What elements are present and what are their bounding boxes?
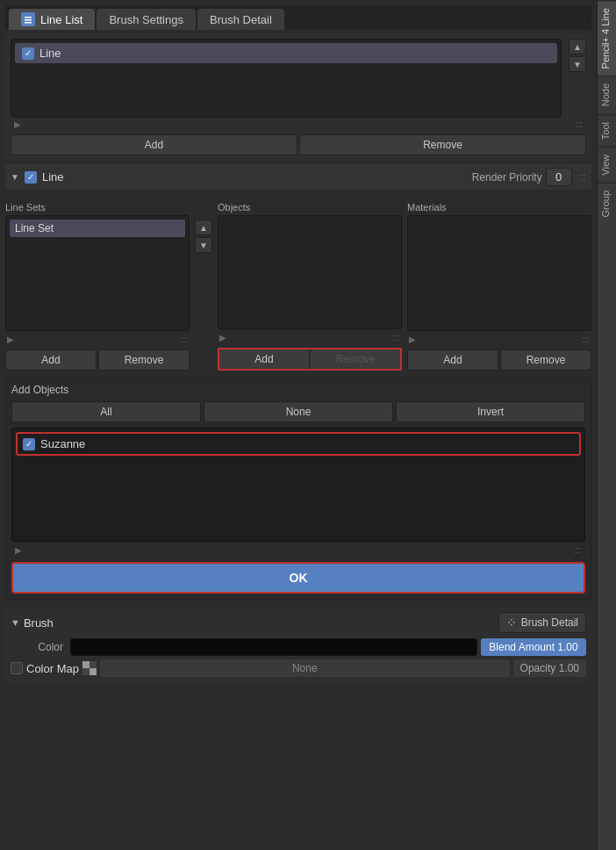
suzanne-checkbox[interactable]: ✓ (23, 438, 35, 450)
lineset-down-arrow[interactable]: ▼ (195, 237, 212, 253)
list-up-button[interactable]: ▲ (569, 39, 586, 54)
add-objects-filter-btns: All None Invert (11, 401, 585, 422)
objects-col: Objects ▶ ::: Add Remove (218, 202, 402, 371)
lineset-up-arrow[interactable]: ▲ (195, 220, 212, 235)
obj-drag: ::: (575, 545, 582, 555)
checker-pattern-icon (82, 661, 97, 675)
materials-drag: ::: (583, 335, 590, 344)
line-section-header: ▼ ✓ Line Render Priority 0 ::: (5, 164, 591, 190)
line-list-item[interactable]: ✓ Line (15, 43, 557, 63)
svg-rect-1 (25, 19, 32, 21)
brush-label: Brush (24, 616, 54, 630)
line-sets-footer: ▶ ::: (5, 333, 190, 346)
materials-remove-button[interactable]: Remove (500, 349, 591, 371)
objects-label: Objects (218, 202, 402, 212)
line-section-name: Line (42, 170, 64, 184)
color-map-checkbox[interactable] (11, 662, 23, 674)
line-sets-col: Line Sets Line Set ▶ ::: Add Remove (5, 202, 190, 371)
collapse-arrow[interactable]: ▼ (11, 172, 19, 182)
line-header-menu[interactable]: ::: (579, 172, 586, 182)
line-list-add-button[interactable]: Add (11, 134, 297, 155)
list-down-button[interactable]: ▼ (569, 56, 586, 72)
objects-add-remove: Add Remove (218, 348, 402, 371)
blend-amount-button[interactable]: Blend Amount 1.00 (481, 638, 586, 656)
sidebar-tab-tool[interactable]: Tool (598, 114, 616, 147)
ok-button[interactable]: OK (11, 562, 585, 594)
sidebar-tab-pencil4line[interactable]: Pencil+ 4 Line (598, 0, 616, 76)
blend-amount-text: Blend Amount 1.00 (489, 641, 577, 653)
right-sidebar: Pencil+ 4 Line Node Tool View Group (597, 0, 616, 850)
line-list-add-remove: Add Remove (11, 134, 586, 155)
tab-bar: Line List Brush Settings Brush Detail (5, 5, 591, 30)
obj-expand: ▶ (15, 545, 22, 555)
materials-label: Materials (407, 202, 591, 212)
line-section-checkbox[interactable]: ✓ (25, 171, 37, 184)
sidebar-tab-node[interactable]: Node (598, 76, 616, 113)
line-sets-label: Line Sets (5, 202, 190, 212)
objects-footer: ▶ ::: (218, 331, 402, 344)
objects-checkboxes-list: ✓ Suzanne (11, 428, 585, 542)
render-priority-area: Render Priority 0 ::: (472, 168, 586, 186)
svg-rect-6 (82, 668, 90, 675)
none-button[interactable]: None (204, 401, 393, 422)
svg-rect-2 (25, 22, 32, 24)
objects-expand: ▶ (219, 333, 226, 342)
svg-rect-5 (90, 661, 97, 668)
svg-rect-4 (90, 668, 97, 675)
sidebar-tab-group[interactable]: Group (598, 183, 616, 225)
materials-add-button[interactable]: Add (407, 349, 498, 371)
line-sets-list: Line Set (5, 215, 190, 331)
line-checkbox[interactable]: ✓ (22, 47, 34, 60)
list-arrow-controls: ▲ ▼ (569, 39, 586, 118)
suzanne-item[interactable]: ✓ Suzanne (16, 432, 581, 456)
brush-detail-icon: ⁘ (506, 616, 517, 630)
color-map-row: Color Map None Opacity 1.00 (11, 659, 586, 677)
materials-list (407, 215, 591, 331)
add-objects-section: Add Objects All None Invert ✓ Suzanne ▶ … (5, 378, 591, 600)
line-set-item[interactable]: Line Set (10, 220, 185, 237)
line-list-remove-button[interactable]: Remove (299, 134, 586, 155)
brush-detail-label: Brush Detail (521, 616, 578, 629)
opacity-button[interactable]: Opacity 1.00 (513, 659, 586, 677)
objects-drag: ::: (393, 333, 400, 342)
render-priority-label: Render Priority (472, 171, 542, 184)
objects-add-button[interactable]: Add (219, 349, 309, 369)
objects-list-footer: ▶ ::: (11, 544, 585, 557)
color-swatch[interactable] (70, 638, 477, 656)
color-map-none-button[interactable]: None (100, 659, 510, 677)
tab-brush-settings[interactable]: Brush Settings (97, 9, 196, 30)
color-row: Color Blend Amount 1.00 (11, 638, 586, 656)
svg-rect-0 (25, 17, 32, 18)
color-map-label: Color Map (26, 662, 79, 675)
add-objects-header: Add Objects (11, 384, 585, 396)
tab-line-list[interactable]: Line List (9, 9, 95, 30)
line-sets-add-remove: Add Remove (5, 349, 190, 371)
list-drag-handle: ::: (576, 119, 583, 129)
lineset-drag: ::: (181, 335, 188, 344)
materials-footer: ▶ ::: (407, 333, 591, 346)
line-list-box: ✓ Line (11, 39, 562, 118)
objects-remove-button[interactable]: Remove (311, 349, 400, 369)
line-list-section: ✓ Line ▲ ▼ ▶ ::: Add Remove (5, 33, 591, 161)
three-col-area: Line Sets Line Set ▶ ::: Add Remove ▲ ▼ … (5, 202, 591, 371)
render-priority-value[interactable]: 0 (546, 168, 572, 186)
brush-section-header: ▼ Brush ⁘ Brush Detail (11, 612, 586, 633)
tab-brush-detail[interactable]: Brush Detail (197, 9, 284, 30)
materials-add-remove: Add Remove (407, 349, 591, 371)
list-expand-icon: ▶ (14, 119, 21, 129)
line-sets-add-button[interactable]: Add (5, 349, 97, 371)
all-button[interactable]: All (11, 401, 201, 422)
lineset-expand: ▶ (7, 335, 14, 344)
invert-button[interactable]: Invert (396, 401, 585, 422)
list-footer: ▶ ::: (11, 118, 586, 131)
lineset-object-arrows: ▲ ▼ (195, 202, 212, 371)
list-icon (21, 12, 35, 26)
brush-section: ▼ Brush ⁘ Brush Detail Color Blend Amoun… (5, 607, 591, 682)
line-sets-remove-button[interactable]: Remove (98, 349, 190, 371)
color-label: Color (11, 641, 63, 653)
sidebar-tab-view[interactable]: View (598, 147, 616, 183)
brush-collapse-arrow[interactable]: ▼ (11, 617, 20, 628)
materials-expand: ▶ (409, 335, 416, 344)
materials-col: Materials ▶ ::: Add Remove (407, 202, 591, 371)
brush-detail-button[interactable]: ⁘ Brush Detail (498, 612, 586, 633)
